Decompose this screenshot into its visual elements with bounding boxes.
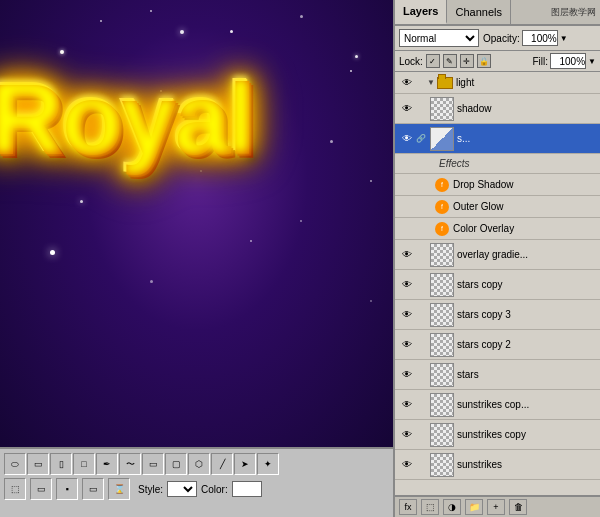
lock-position-btn[interactable]: ✛ bbox=[460, 54, 474, 68]
tool-e[interactable]: ⌛ bbox=[108, 478, 130, 500]
layer-name-shadow: shadow bbox=[457, 103, 596, 114]
tab-layers[interactable]: Layers bbox=[395, 0, 447, 24]
layer-stars-copy[interactable]: 👁 stars copy bbox=[395, 270, 600, 300]
royal-text: Royal bbox=[0, 60, 252, 175]
footer-mask-btn[interactable]: ⬚ bbox=[421, 499, 439, 515]
effect-outer-glow[interactable]: f Outer Glow bbox=[395, 196, 600, 218]
fill-input[interactable] bbox=[550, 53, 586, 69]
ellipse-tool[interactable]: ⬭ bbox=[4, 453, 26, 475]
chain-stars-copy bbox=[415, 277, 427, 293]
chain-shadow bbox=[415, 101, 427, 117]
custom-shape-tool[interactable]: ✦ bbox=[257, 453, 279, 475]
chain-sunstrikes bbox=[415, 457, 427, 473]
toolbar-row2: ⬚ ▭ ▪ ▭ ⌛ Style: Color: bbox=[4, 478, 389, 500]
style-dropdown[interactable] bbox=[167, 481, 197, 497]
lock-transparent-btn[interactable]: ✓ bbox=[426, 54, 440, 68]
layer-overlay-gradie[interactable]: 👁 overlay gradie... bbox=[395, 240, 600, 270]
chain-stars-copy-3 bbox=[415, 307, 427, 323]
opacity-label: Opacity: bbox=[483, 33, 520, 44]
layer-group-light[interactable]: 👁 ▼ light bbox=[395, 72, 600, 94]
chain-stars bbox=[415, 367, 427, 383]
thumb-s bbox=[430, 127, 454, 151]
arrow-tool[interactable]: ➤ bbox=[234, 453, 256, 475]
tool-c[interactable]: ▪ bbox=[56, 478, 78, 500]
layer-name-s: s... bbox=[457, 133, 596, 144]
footer-new-btn[interactable]: + bbox=[487, 499, 505, 515]
layer-stars-copy-2[interactable]: 👁 stars copy 2 bbox=[395, 330, 600, 360]
eye-sunstrikes-copy[interactable]: 👁 bbox=[399, 427, 415, 443]
eye-overlay-gradie[interactable]: 👁 bbox=[399, 247, 415, 263]
tool-d[interactable]: ▭ bbox=[82, 478, 104, 500]
effect-icon-color-overlay: f bbox=[435, 222, 449, 236]
canvas-content: Royal bbox=[0, 0, 393, 447]
effect-icon-drop-shadow: f bbox=[435, 178, 449, 192]
layer-name-stars: stars bbox=[457, 369, 596, 380]
eye-light[interactable]: 👁 bbox=[399, 75, 415, 91]
expand-light[interactable]: ▼ bbox=[427, 78, 435, 87]
fill-arrow[interactable]: ▼ bbox=[588, 57, 596, 66]
chain-s[interactable]: 🔗 bbox=[415, 131, 427, 147]
tool-a[interactable]: ⬚ bbox=[4, 478, 26, 500]
canvas-area: 品源设计论坛 WWW.PINYUANW.COM bbox=[0, 0, 393, 517]
footer-trash-btn[interactable]: 🗑 bbox=[509, 499, 527, 515]
chain-sunstrikes-cop bbox=[415, 397, 427, 413]
toolbar-row1: ⬭ ▭ ▯ □ ✒ 〜 ▭ ▢ ⬡ ╱ ➤ ✦ bbox=[4, 453, 389, 475]
effect-color-overlay[interactable]: f Color Overlay bbox=[395, 218, 600, 240]
pen-tool[interactable]: ✒ bbox=[96, 453, 118, 475]
thumb-shadow bbox=[430, 97, 454, 121]
effect-drop-shadow[interactable]: f Drop Shadow bbox=[395, 174, 600, 196]
tab-channels[interactable]: Channels bbox=[447, 0, 510, 24]
tool-b[interactable]: ▭ bbox=[30, 478, 52, 500]
poly-tool[interactable]: ⬡ bbox=[188, 453, 210, 475]
color-box[interactable] bbox=[232, 481, 262, 497]
eye-stars[interactable]: 👁 bbox=[399, 367, 415, 383]
layer-stars[interactable]: 👁 stars bbox=[395, 360, 600, 390]
eye-stars-copy-2[interactable]: 👁 bbox=[399, 337, 415, 353]
layer-s[interactable]: 👁 🔗 s... bbox=[395, 124, 600, 154]
lock-pixels-btn[interactable]: ✎ bbox=[443, 54, 457, 68]
effect-label-outer-glow: Outer Glow bbox=[453, 201, 504, 212]
lock-all-btn[interactable]: 🔒 bbox=[477, 54, 491, 68]
eye-shadow[interactable]: 👁 bbox=[399, 101, 415, 117]
freeform-tool[interactable]: 〜 bbox=[119, 453, 141, 475]
layer-stars-copy-3[interactable]: 👁 stars copy 3 bbox=[395, 300, 600, 330]
layer-name-stars-copy-2: stars copy 2 bbox=[457, 339, 596, 350]
opacity-input[interactable] bbox=[522, 30, 558, 46]
footer-group-btn[interactable]: 📁 bbox=[465, 499, 483, 515]
eye-s[interactable]: 👁 bbox=[399, 131, 415, 147]
opacity-arrow[interactable]: ▼ bbox=[560, 34, 568, 43]
layer-sunstrikes[interactable]: 👁 sunstrikes bbox=[395, 450, 600, 480]
rect3-tool[interactable]: ▭ bbox=[142, 453, 164, 475]
rect-tool[interactable]: ▭ bbox=[27, 453, 49, 475]
line-tool[interactable]: ╱ bbox=[211, 453, 233, 475]
eye-stars-copy[interactable]: 👁 bbox=[399, 277, 415, 293]
effect-label-drop-shadow: Drop Shadow bbox=[453, 179, 514, 190]
eye-stars-copy-3[interactable]: 👁 bbox=[399, 307, 415, 323]
thumb-stars bbox=[430, 363, 454, 387]
lock-label: Lock: bbox=[399, 56, 423, 67]
lock-fill-row: Lock: ✓ ✎ ✛ 🔒 Fill: ▼ bbox=[395, 51, 600, 72]
layer-shadow[interactable]: 👁 shadow bbox=[395, 94, 600, 124]
layers-panel: Layers Channels 图层教学网 Normal Opacity: ▼ … bbox=[393, 0, 600, 517]
style-label: Style: bbox=[138, 484, 163, 495]
layer-sunstrikes-copy[interactable]: 👁 sunstrikes copy bbox=[395, 420, 600, 450]
layer-name-sunstrikes-copy: sunstrikes copy bbox=[457, 429, 596, 440]
blend-mode-select[interactable]: Normal bbox=[399, 29, 479, 47]
square-tool[interactable]: □ bbox=[73, 453, 95, 475]
round-rect-tool[interactable]: ▢ bbox=[165, 453, 187, 475]
layer-name-stars-copy: stars copy bbox=[457, 279, 596, 290]
rect2-tool[interactable]: ▯ bbox=[50, 453, 72, 475]
app-container: 品源设计论坛 WWW.PINYUANW.COM bbox=[0, 0, 600, 517]
layer-sunstrikes-cop[interactable]: 👁 sunstrikes cop... bbox=[395, 390, 600, 420]
effect-icon-outer-glow: f bbox=[435, 200, 449, 214]
layers-list: 👁 ▼ light 👁 shadow 👁 🔗 s... bbox=[395, 72, 600, 495]
footer-adj-btn[interactable]: ◑ bbox=[443, 499, 461, 515]
thumb-stars-copy-3 bbox=[430, 303, 454, 327]
fill-row: Fill: ▼ bbox=[533, 53, 596, 69]
layer-name-sunstrikes-cop: sunstrikes cop... bbox=[457, 399, 596, 410]
eye-sunstrikes-cop[interactable]: 👁 bbox=[399, 397, 415, 413]
footer-fx-btn[interactable]: fx bbox=[399, 499, 417, 515]
layer-name-overlay-gradie: overlay gradie... bbox=[457, 249, 596, 260]
eye-sunstrikes[interactable]: 👁 bbox=[399, 457, 415, 473]
effect-label-color-overlay: Color Overlay bbox=[453, 223, 514, 234]
